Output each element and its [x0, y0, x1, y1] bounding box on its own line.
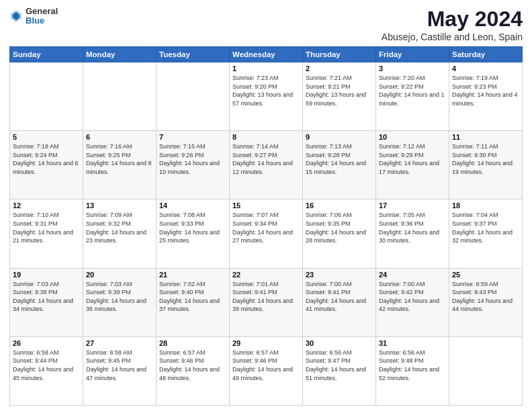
calendar-cell: 22Sunrise: 7:01 AM Sunset: 9:41 PM Dayli…: [230, 268, 303, 336]
day-number: 17: [379, 201, 446, 210]
day-number: 4: [452, 64, 519, 73]
calendar-week-row: 26Sunrise: 6:58 AM Sunset: 9:44 PM Dayli…: [10, 336, 523, 405]
calendar-cell: [449, 336, 523, 405]
day-number: 13: [86, 201, 153, 210]
day-number: 2: [306, 64, 373, 73]
day-number: 30: [306, 339, 373, 347]
calendar-cell: 9Sunrise: 7:13 AM Sunset: 9:28 PM Daylig…: [303, 131, 376, 199]
calendar-cell: 23Sunrise: 7:00 AM Sunset: 9:41 PM Dayli…: [303, 268, 376, 336]
calendar-cell: 4Sunrise: 7:19 AM Sunset: 9:23 PM Daylig…: [449, 62, 523, 131]
day-detail: Sunrise: 7:09 AM Sunset: 9:32 PM Dayligh…: [86, 211, 153, 244]
day-number: 23: [306, 271, 373, 279]
weekday-header: Thursday: [303, 47, 376, 62]
day-detail: Sunrise: 6:59 AM Sunset: 9:43 PM Dayligh…: [452, 280, 519, 314]
calendar-week-row: 19Sunrise: 7:03 AM Sunset: 9:38 PM Dayli…: [10, 268, 523, 336]
day-detail: Sunrise: 7:16 AM Sunset: 9:25 PM Dayligh…: [86, 142, 153, 176]
day-detail: Sunrise: 7:00 AM Sunset: 9:42 PM Dayligh…: [379, 280, 446, 314]
day-detail: Sunrise: 7:13 AM Sunset: 9:28 PM Dayligh…: [306, 142, 373, 176]
weekday-header: Tuesday: [157, 47, 230, 62]
main-title: May 2024: [382, 7, 523, 32]
day-number: 29: [232, 339, 300, 347]
calendar-cell: 7Sunrise: 7:15 AM Sunset: 9:26 PM Daylig…: [157, 131, 230, 199]
calendar-cell: 8Sunrise: 7:14 AM Sunset: 9:27 PM Daylig…: [230, 131, 303, 199]
day-number: 12: [13, 201, 80, 210]
calendar-week-row: 12Sunrise: 7:10 AM Sunset: 9:31 PM Dayli…: [10, 199, 523, 268]
calendar-cell: 21Sunrise: 7:02 AM Sunset: 9:40 PM Dayli…: [157, 268, 230, 336]
day-detail: Sunrise: 7:00 AM Sunset: 9:41 PM Dayligh…: [306, 280, 373, 314]
weekday-header: Monday: [83, 47, 157, 62]
day-detail: Sunrise: 7:05 AM Sunset: 9:36 PM Dayligh…: [379, 211, 446, 244]
day-detail: Sunrise: 6:58 AM Sunset: 9:45 PM Dayligh…: [86, 349, 153, 382]
day-detail: Sunrise: 7:01 AM Sunset: 9:41 PM Dayligh…: [232, 280, 300, 314]
calendar-table: SundayMondayTuesdayWednesdayThursdayFrid…: [9, 46, 523, 406]
calendar-cell: 27Sunrise: 6:58 AM Sunset: 9:45 PM Dayli…: [83, 336, 157, 405]
day-number: 22: [232, 271, 300, 279]
calendar-cell: 30Sunrise: 6:56 AM Sunset: 9:47 PM Dayli…: [303, 336, 376, 405]
day-number: 31: [379, 339, 446, 347]
calendar-cell: 28Sunrise: 6:57 AM Sunset: 9:46 PM Dayli…: [157, 336, 230, 405]
calendar-cell: 6Sunrise: 7:16 AM Sunset: 9:25 PM Daylig…: [83, 131, 157, 199]
day-number: 3: [379, 64, 446, 73]
day-detail: Sunrise: 7:10 AM Sunset: 9:31 PM Dayligh…: [13, 211, 80, 244]
calendar-header-row: SundayMondayTuesdayWednesdayThursdayFrid…: [10, 47, 523, 62]
day-number: 16: [306, 201, 373, 210]
day-number: 28: [159, 339, 226, 347]
calendar-cell: 14Sunrise: 7:08 AM Sunset: 9:33 PM Dayli…: [157, 199, 230, 268]
day-number: 15: [232, 201, 300, 210]
day-number: 5: [13, 133, 80, 141]
calendar-cell: 25Sunrise: 6:59 AM Sunset: 9:43 PM Dayli…: [449, 268, 523, 336]
day-detail: Sunrise: 6:56 AM Sunset: 9:47 PM Dayligh…: [306, 349, 373, 382]
calendar-cell: 10Sunrise: 7:12 AM Sunset: 9:29 PM Dayli…: [376, 131, 449, 199]
calendar-cell: 3Sunrise: 7:20 AM Sunset: 9:22 PM Daylig…: [376, 62, 449, 131]
day-number: 7: [159, 133, 226, 141]
calendar-cell: 5Sunrise: 7:18 AM Sunset: 9:24 PM Daylig…: [10, 131, 83, 199]
calendar-cell: 18Sunrise: 7:04 AM Sunset: 9:37 PM Dayli…: [449, 199, 523, 268]
weekday-header: Sunday: [10, 47, 83, 62]
calendar-cell: 19Sunrise: 7:03 AM Sunset: 9:38 PM Dayli…: [10, 268, 83, 336]
calendar-cell: 11Sunrise: 7:11 AM Sunset: 9:30 PM Dayli…: [449, 131, 523, 199]
logo-text: General Blue: [26, 7, 58, 26]
weekday-header: Friday: [376, 47, 449, 62]
day-detail: Sunrise: 7:08 AM Sunset: 9:33 PM Dayligh…: [159, 211, 226, 244]
day-number: 25: [452, 271, 519, 279]
calendar-cell: 15Sunrise: 7:07 AM Sunset: 9:34 PM Dayli…: [230, 199, 303, 268]
calendar-cell: 12Sunrise: 7:10 AM Sunset: 9:31 PM Dayli…: [10, 199, 83, 268]
day-number: 27: [86, 339, 153, 347]
day-number: 19: [13, 271, 80, 279]
logo-general: General: [26, 7, 58, 16]
day-detail: Sunrise: 7:19 AM Sunset: 9:23 PM Dayligh…: [452, 74, 519, 107]
day-detail: Sunrise: 7:12 AM Sunset: 9:29 PM Dayligh…: [379, 142, 446, 176]
calendar-cell: 17Sunrise: 7:05 AM Sunset: 9:36 PM Dayli…: [376, 199, 449, 268]
calendar-week-row: 5Sunrise: 7:18 AM Sunset: 9:24 PM Daylig…: [10, 131, 523, 199]
weekday-header: Wednesday: [230, 47, 303, 62]
calendar-cell: 26Sunrise: 6:58 AM Sunset: 9:44 PM Dayli…: [10, 336, 83, 405]
logo-icon: [9, 9, 23, 24]
day-number: 11: [452, 133, 519, 141]
day-number: 6: [86, 133, 153, 141]
day-detail: Sunrise: 7:03 AM Sunset: 9:38 PM Dayligh…: [13, 280, 80, 314]
day-number: 18: [452, 201, 519, 210]
calendar-cell: 16Sunrise: 7:06 AM Sunset: 9:35 PM Dayli…: [303, 199, 376, 268]
day-detail: Sunrise: 7:03 AM Sunset: 9:39 PM Dayligh…: [86, 280, 153, 314]
day-detail: Sunrise: 7:18 AM Sunset: 9:24 PM Dayligh…: [13, 142, 80, 176]
logo: General Blue: [9, 7, 58, 26]
day-detail: Sunrise: 7:21 AM Sunset: 9:21 PM Dayligh…: [306, 74, 373, 107]
calendar-cell: 13Sunrise: 7:09 AM Sunset: 9:32 PM Dayli…: [83, 199, 157, 268]
day-number: 21: [159, 271, 226, 279]
day-detail: Sunrise: 7:07 AM Sunset: 9:34 PM Dayligh…: [232, 211, 300, 244]
day-detail: Sunrise: 7:23 AM Sunset: 9:20 PM Dayligh…: [232, 74, 300, 107]
day-detail: Sunrise: 6:56 AM Sunset: 9:48 PM Dayligh…: [379, 349, 446, 382]
day-detail: Sunrise: 7:20 AM Sunset: 9:22 PM Dayligh…: [379, 74, 446, 107]
day-detail: Sunrise: 7:02 AM Sunset: 9:40 PM Dayligh…: [159, 280, 226, 314]
day-detail: Sunrise: 7:15 AM Sunset: 9:26 PM Dayligh…: [159, 142, 226, 176]
calendar-week-row: 1Sunrise: 7:23 AM Sunset: 9:20 PM Daylig…: [10, 62, 523, 131]
weekday-header: Saturday: [449, 47, 523, 62]
calendar-cell: [83, 62, 157, 131]
calendar-cell: [157, 62, 230, 131]
day-detail: Sunrise: 7:06 AM Sunset: 9:35 PM Dayligh…: [306, 211, 373, 244]
day-number: 24: [379, 271, 446, 279]
calendar-cell: 24Sunrise: 7:00 AM Sunset: 9:42 PM Dayli…: [376, 268, 449, 336]
calendar-cell: 20Sunrise: 7:03 AM Sunset: 9:39 PM Dayli…: [83, 268, 157, 336]
day-detail: Sunrise: 7:11 AM Sunset: 9:30 PM Dayligh…: [452, 142, 519, 176]
calendar-cell: 29Sunrise: 6:57 AM Sunset: 9:46 PM Dayli…: [230, 336, 303, 405]
